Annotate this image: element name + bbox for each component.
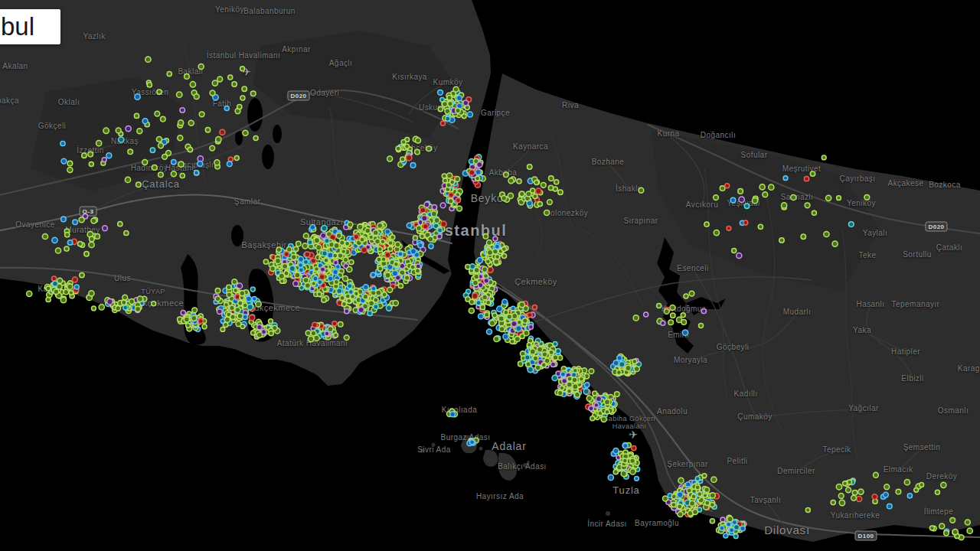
map-marker[interactable] — [279, 273, 284, 279]
map-marker[interactable] — [732, 249, 737, 253]
map-marker[interactable] — [690, 500, 695, 506]
map-marker[interactable] — [415, 269, 420, 273]
map-marker[interactable] — [198, 64, 204, 69]
map-marker[interactable] — [276, 247, 282, 253]
map-marker[interactable] — [423, 224, 429, 230]
map-marker[interactable] — [517, 179, 521, 184]
map-marker[interactable] — [872, 494, 877, 500]
map-marker[interactable] — [122, 300, 126, 305]
map-marker[interactable] — [365, 228, 371, 233]
map-marker[interactable] — [663, 496, 668, 501]
map-marker[interactable] — [456, 198, 460, 203]
map-marker[interactable] — [671, 494, 676, 499]
map-marker[interactable] — [256, 302, 261, 307]
map-marker[interactable] — [302, 243, 308, 249]
map-marker[interactable] — [573, 384, 578, 390]
map-marker[interactable] — [519, 302, 524, 307]
map-marker[interactable] — [269, 331, 273, 335]
map-marker[interactable] — [443, 178, 447, 183]
map-marker[interactable] — [678, 492, 683, 497]
map-marker[interactable] — [730, 197, 736, 203]
map-marker[interactable] — [91, 218, 96, 223]
map-marker[interactable] — [604, 399, 609, 405]
map-marker[interactable] — [103, 226, 108, 231]
map-marker[interactable] — [857, 497, 862, 502]
map-marker[interactable] — [572, 377, 577, 383]
map-marker[interactable] — [84, 252, 89, 256]
map-marker[interactable] — [161, 116, 166, 122]
map-marker[interactable] — [303, 259, 308, 264]
map-marker[interactable] — [874, 472, 879, 478]
map-marker[interactable] — [102, 158, 106, 162]
map-marker[interactable] — [116, 305, 121, 311]
map-marker[interactable] — [462, 114, 466, 119]
map-marker[interactable] — [210, 90, 215, 96]
map-marker[interactable] — [224, 302, 229, 307]
map-marker[interactable] — [720, 526, 724, 530]
map-marker[interactable] — [541, 182, 546, 187]
map-marker[interactable] — [269, 319, 273, 324]
map-marker[interactable] — [374, 298, 378, 302]
map-marker[interactable] — [46, 297, 51, 302]
map-marker[interactable] — [501, 246, 506, 251]
map-marker[interactable] — [88, 152, 93, 157]
map-marker[interactable] — [463, 100, 469, 106]
map-marker[interactable] — [371, 286, 376, 291]
map-marker[interactable] — [579, 377, 583, 381]
map-marker[interactable] — [79, 217, 84, 223]
map-marker[interactable] — [177, 92, 182, 97]
map-marker[interactable] — [549, 176, 554, 181]
map-marker[interactable] — [373, 230, 378, 235]
map-marker[interactable] — [118, 222, 122, 227]
map-marker[interactable] — [528, 312, 532, 317]
map-marker[interactable] — [594, 403, 599, 408]
map-marker[interactable] — [393, 301, 398, 306]
map-marker[interactable] — [644, 312, 648, 317]
map-marker[interactable] — [554, 180, 559, 184]
map-marker[interactable] — [227, 285, 231, 289]
map-marker[interactable] — [354, 234, 358, 239]
map-marker[interactable] — [584, 383, 589, 387]
map-marker[interactable] — [341, 249, 346, 254]
map-marker[interactable] — [369, 235, 374, 240]
map-marker[interactable] — [217, 77, 223, 82]
map-marker[interactable] — [106, 153, 112, 158]
map-marker[interactable] — [387, 156, 393, 161]
map-marker[interactable] — [215, 288, 220, 293]
map-marker[interactable] — [601, 416, 606, 422]
map-marker[interactable] — [849, 222, 854, 227]
map-marker[interactable] — [67, 240, 72, 245]
map-marker[interactable] — [347, 298, 351, 303]
map-marker[interactable] — [332, 321, 337, 326]
map-marker[interactable] — [443, 101, 448, 106]
map-marker[interactable] — [448, 101, 453, 106]
map-marker[interactable] — [344, 335, 349, 341]
map-marker[interactable] — [574, 392, 580, 397]
map-marker[interactable] — [223, 322, 227, 327]
map-marker[interactable] — [235, 307, 240, 312]
map-marker[interactable] — [198, 319, 203, 324]
map-marker[interactable] — [558, 190, 563, 194]
map-marker[interactable] — [517, 320, 521, 324]
map-marker[interactable] — [387, 287, 393, 292]
map-marker[interactable] — [442, 174, 446, 178]
map-marker[interactable] — [516, 326, 521, 331]
map-marker[interactable] — [528, 165, 532, 169]
map-marker[interactable] — [325, 239, 329, 243]
map-marker[interactable] — [381, 257, 386, 262]
map-marker[interactable] — [299, 262, 303, 267]
map-marker[interactable] — [714, 230, 719, 236]
map-marker[interactable] — [457, 206, 462, 211]
map-marker[interactable] — [199, 112, 204, 117]
map-marker[interactable] — [328, 276, 333, 282]
map-marker[interactable] — [388, 240, 393, 245]
map-marker[interactable] — [178, 120, 184, 126]
map-marker[interactable] — [532, 305, 537, 309]
map-marker[interactable] — [530, 349, 535, 354]
map-marker[interactable] — [689, 291, 694, 296]
map-marker[interactable] — [52, 237, 57, 243]
map-marker[interactable] — [504, 172, 509, 178]
map-marker[interactable] — [122, 295, 128, 300]
map-marker[interactable] — [839, 500, 844, 505]
map-marker[interactable] — [422, 216, 427, 221]
